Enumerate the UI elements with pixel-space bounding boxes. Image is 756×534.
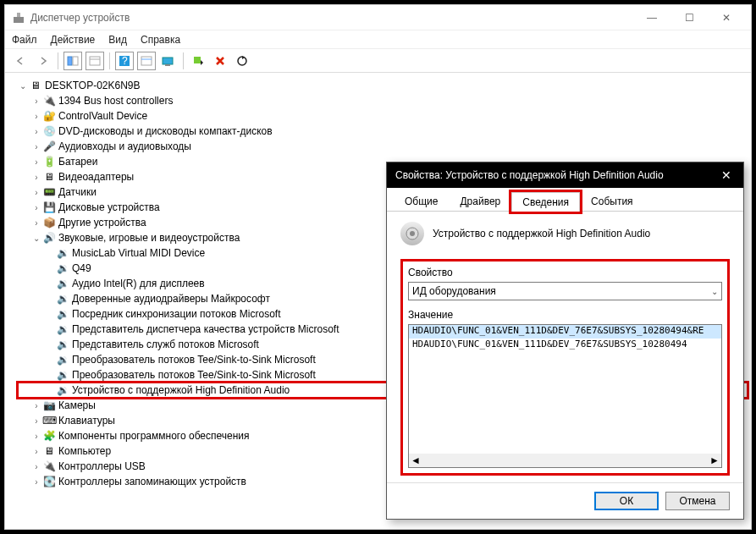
value-listbox[interactable]: HDAUDIO\FUNC_01&VEN_111D&DEV_76E7&SUBSYS… (408, 324, 722, 468)
content-area: ⌄🖥DESKTOP-02K6N9B ›🔌1394 Bus host contro… (5, 73, 751, 530)
svg-rect-3 (73, 57, 78, 65)
sound-icon: 🔉 (55, 368, 70, 382)
scroll-left-icon[interactable]: ◄ (411, 454, 421, 466)
speaker-icon (400, 222, 424, 245)
sound-icon: 🔉 (55, 292, 70, 306)
tree-root[interactable]: ⌄🖥DESKTOP-02K6N9B (18, 78, 748, 93)
update-driver-button[interactable] (189, 52, 207, 70)
value-label: Значение (408, 309, 722, 321)
tree-item[interactable]: ›💿DVD-дисководы и дисководы компакт-диск… (18, 124, 748, 139)
other-icon: 📦 (41, 216, 57, 229)
device-name-label: Устройство с поддержкой High Definition … (433, 228, 650, 239)
tab-details[interactable]: Сведения (511, 192, 580, 212)
scroll-right-icon[interactable]: ► (709, 454, 720, 466)
sound-icon: 🔉 (55, 322, 70, 336)
dialog-buttons: ОК Отмена (387, 482, 743, 519)
dialog-titlebar: Свойства: Устройство с поддержкой High D… (387, 162, 743, 188)
sound-icon: 🔉 (55, 307, 70, 321)
sound-icon: 🔉 (55, 277, 70, 290)
minimize-button[interactable]: — (641, 9, 663, 26)
software-icon: 🧩 (41, 429, 57, 443)
svg-rect-0 (14, 17, 24, 23)
sensor-icon: 📟 (41, 185, 57, 199)
titlebar: Диспетчер устройств — ☐ ✕ (5, 5, 751, 30)
close-button[interactable]: ✕ (715, 9, 737, 26)
menu-help[interactable]: Справка (141, 34, 180, 46)
keyboard-icon: ⌨ (41, 414, 57, 427)
properties-button[interactable] (137, 52, 156, 70)
device-manager-window: Диспетчер устройств — ☐ ✕ Файл Действие … (4, 4, 752, 530)
horizontal-scrollbar[interactable]: ◄ ► (409, 454, 721, 467)
svg-rect-8 (141, 57, 152, 65)
help-button[interactable]: ? (115, 52, 134, 70)
property-select[interactable]: ИД оборудования ⌄ (408, 282, 722, 300)
refresh-button[interactable] (233, 52, 251, 70)
menubar: Файл Действие Вид Справка (5, 30, 751, 49)
property-group-highlight: Свойство ИД оборудования ⌄ Значение HDAU… (400, 259, 730, 476)
svg-rect-12 (194, 57, 201, 63)
svg-point-15 (410, 231, 415, 236)
svg-text:?: ? (122, 55, 128, 67)
property-label: Свойство (408, 267, 722, 278)
menu-file[interactable]: Файл (12, 34, 37, 46)
dialog-close-button[interactable]: ✕ (718, 168, 735, 182)
sound-icon: 🔉 (55, 246, 70, 260)
forward-button[interactable] (34, 52, 52, 70)
list-item[interactable]: HDAUDIO\FUNC_01&VEN_111D&DEV_76E7&SUBSYS… (409, 339, 721, 352)
scan-button[interactable] (159, 52, 178, 70)
maximize-button[interactable]: ☐ (678, 9, 700, 26)
sound-icon: 🔊 (41, 231, 57, 245)
menu-view[interactable]: Вид (108, 34, 127, 46)
storage-icon: 💽 (41, 475, 57, 488)
tab-events[interactable]: События (580, 191, 644, 211)
properties-dialog: Свойства: Устройство с поддержкой High D… (386, 162, 744, 520)
select-value: ИД оборудования (412, 285, 496, 297)
computer-icon: 🖥 (28, 79, 43, 92)
tab-driver[interactable]: Драйвер (449, 191, 511, 211)
ok-button[interactable]: ОК (594, 492, 659, 510)
computer-icon: 🖥 (41, 444, 57, 458)
dialog-body: Устройство с поддержкой High Definition … (387, 212, 743, 482)
view-button[interactable] (86, 52, 104, 70)
list-item[interactable]: HDAUDIO\FUNC_01&VEN_111D&DEV_76E7&SUBSYS… (409, 325, 721, 339)
svg-rect-4 (90, 57, 100, 65)
menu-action[interactable]: Действие (51, 34, 96, 46)
dialog-title: Свойства: Устройство с поддержкой High D… (395, 169, 718, 181)
sound-icon: 🔉 (55, 338, 70, 351)
svg-rect-1 (17, 13, 20, 17)
dvd-icon: 💿 (41, 124, 57, 138)
disk-icon: 💾 (41, 201, 57, 214)
chevron-down-icon: ⌄ (711, 287, 718, 296)
back-button[interactable] (12, 52, 30, 70)
tree-item[interactable]: ›🔐ControlVault Device (18, 108, 748, 124)
battery-icon: 🔋 (41, 155, 57, 168)
svg-rect-10 (163, 58, 173, 64)
sound-icon: 🔉 (55, 383, 70, 397)
cancel-button[interactable]: Отмена (665, 492, 730, 510)
show-hidden-button[interactable] (63, 52, 82, 70)
sound-icon: 🔉 (55, 261, 70, 275)
dialog-tabs: Общие Драйвер Сведения События (387, 188, 743, 212)
window-title: Диспетчер устройств (30, 12, 641, 24)
tree-item[interactable]: ›🔌1394 Bus host controllers (18, 93, 748, 108)
sound-icon: 🔉 (55, 353, 70, 366)
toolbar: ? (5, 49, 751, 73)
uninstall-button[interactable] (211, 52, 229, 70)
svg-rect-11 (165, 64, 170, 66)
device-icon: 🔌 (41, 94, 57, 107)
usb-icon: 🔌 (41, 460, 57, 473)
tree-item[interactable]: ›🎤Аудиовходы и аудиовыходы (18, 139, 748, 154)
audio-icon: 🎤 (41, 140, 57, 153)
device-icon: 🔐 (41, 109, 57, 123)
app-icon (12, 11, 25, 25)
camera-icon: 📷 (41, 399, 57, 412)
tab-general[interactable]: Общие (394, 191, 449, 211)
svg-rect-2 (68, 57, 72, 65)
display-icon: 🖥 (41, 170, 57, 184)
